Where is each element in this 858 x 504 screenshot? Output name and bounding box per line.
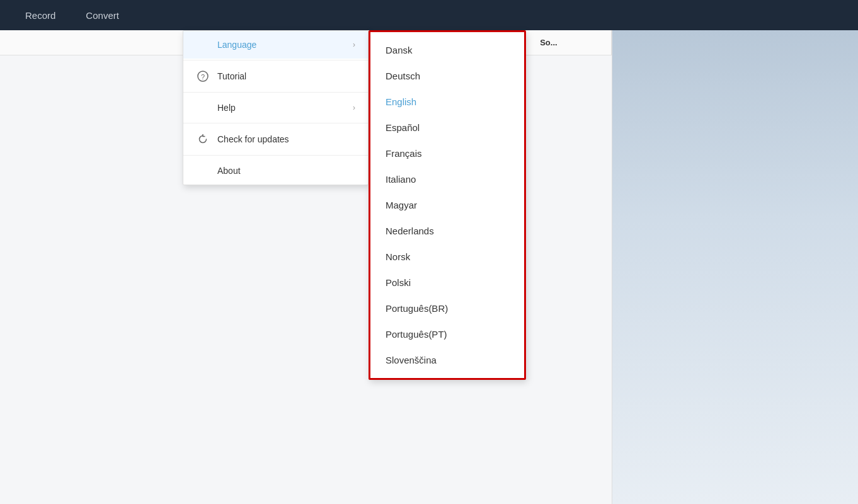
lang-item-da[interactable]: Dansk [370,37,524,63]
menu-divider-1 [183,60,368,60]
menu-item-help[interactable]: Help › [183,94,368,122]
menu-help-label: Help [217,103,348,113]
menu-check-updates-label: Check for updates [217,134,355,144]
nav-convert[interactable]: Convert [71,0,134,30]
lang-item-en[interactable]: English [370,89,524,115]
lang-item-it[interactable]: Italiano [370,166,524,192]
lang-item-nl[interactable]: Nederlands [370,218,524,244]
menu-language-label: Language [217,40,348,50]
lang-item-sl[interactable]: Slovenščina [370,347,524,373]
lang-item-fr[interactable]: Français [370,140,524,166]
menu-item-check-updates[interactable]: Check for updates [183,125,368,154]
menu-tutorial-label: Tutorial [217,71,355,81]
menu-item-language[interactable]: Language › [183,31,368,59]
menu-divider-3 [183,123,368,123]
menu-item-tutorial[interactable]: ? Tutorial [183,62,368,91]
nav-record[interactable]: Record [10,0,71,30]
menu-about-label: About [217,166,355,176]
lang-item-pt-pt[interactable]: Português(PT) [370,321,524,347]
menu-item-about[interactable]: About [183,157,368,185]
lang-item-pl[interactable]: Polski [370,270,524,295]
main-content: Speed Size So... Language › [0,30,858,504]
lang-item-no[interactable]: Norsk [370,244,524,270]
lang-item-de[interactable]: Deutsch [370,63,524,89]
menu-divider-2 [183,92,368,93]
tutorial-icon: ? [196,71,210,82]
menu-divider-4 [183,155,368,156]
lang-item-hu[interactable]: Magyar [370,192,524,218]
svg-text:?: ? [201,73,205,81]
language-submenu: DanskDeutschEnglishEspañolFrançaisItalia… [369,30,526,380]
language-arrow-icon: › [353,40,355,49]
dropdown-overlay: Language › ? Tutorial Help › [0,30,858,504]
lang-item-pt-br[interactable]: Português(BR) [370,295,524,321]
lang-item-es[interactable]: Español [370,115,524,140]
refresh-icon [196,134,210,145]
context-menu: Language › ? Tutorial Help › [183,30,369,185]
help-arrow-icon: › [353,103,355,112]
top-nav: Record Convert [0,0,858,30]
